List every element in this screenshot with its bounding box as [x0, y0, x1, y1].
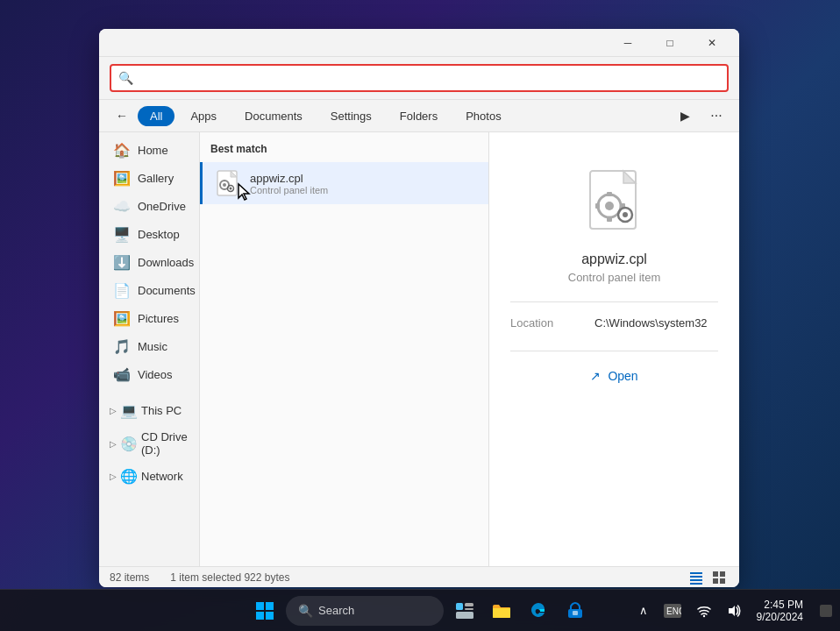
location-value: C:\Windows\system32	[594, 316, 708, 330]
status-bar: 82 items 1 item selected 922 bytes	[99, 566, 739, 587]
svg-rect-27	[266, 612, 274, 620]
nav-item-music[interactable]: 🎵 Music	[103, 333, 196, 360]
minimize-button[interactable]: ─	[608, 29, 648, 57]
close-button[interactable]: ✕	[692, 29, 732, 57]
nav-item-documents-label: Documents	[138, 284, 196, 297]
svg-rect-31	[456, 612, 473, 619]
system-clock[interactable]: 2:45 PM 9/20/2024	[750, 595, 810, 627]
widgets-icon	[456, 603, 473, 619]
expand-cd-arrow-icon: ▷	[110, 439, 117, 449]
grid-view-icon	[712, 571, 726, 585]
maximize-button[interactable]: □	[650, 29, 690, 57]
this-pc-icon: 💻	[120, 402, 138, 419]
nav-expand-this-pc[interactable]: ▷ 💻 This PC	[103, 397, 196, 424]
network-icon: 🌐	[120, 468, 138, 485]
taskbar-search-icon: 🔍	[298, 604, 313, 618]
search-input[interactable]: appwiz.cpl	[139, 72, 720, 85]
nav-item-music-label: Music	[138, 340, 167, 353]
svg-rect-22	[713, 578, 718, 584]
svg-rect-12	[595, 203, 600, 209]
taskbar-search-label: Search	[318, 604, 354, 617]
windows-button[interactable]	[249, 595, 281, 627]
windows-logo-icon	[256, 602, 274, 620]
chevron-up-icon: ∧	[639, 604, 648, 617]
nav-item-home[interactable]: 🏠 Home	[103, 137, 196, 164]
back-button[interactable]: ←	[110, 103, 134, 128]
result-item-title: appwiz.cpl	[250, 172, 478, 185]
search-box[interactable]: 🔍 appwiz.cpl	[110, 64, 729, 92]
detail-divider-bottom	[510, 351, 718, 351]
nav-item-downloads-label: Downloads	[138, 256, 194, 269]
taskbar-file-explorer[interactable]	[486, 595, 517, 627]
tab-all[interactable]: All	[138, 106, 174, 126]
file-explorer-window: ─ □ ✕ 🔍 appwiz.cpl ← All Apps Documents …	[99, 29, 739, 587]
tab-photos[interactable]: Photos	[453, 106, 513, 126]
tab-settings[interactable]: Settings	[318, 106, 384, 126]
detail-panel: appwiz.cpl Control panel item Location C…	[489, 132, 739, 566]
tab-folders[interactable]: Folders	[388, 106, 450, 126]
nav-item-downloads[interactable]: ⬇️ Downloads	[103, 249, 196, 276]
expand-network-arrow-icon: ▷	[110, 471, 117, 481]
search-icon: 🔍	[118, 71, 133, 85]
nav-expand-cd-drive[interactable]: ▷ 💿 CD Drive (D:)	[103, 425, 196, 462]
view-toggle	[687, 568, 729, 587]
taskbar-edge[interactable]	[523, 595, 554, 627]
cpl-file-svg	[213, 169, 241, 197]
svg-rect-26	[256, 612, 264, 620]
nav-panel: 🏠 Home 🖼️ Gallery ☁️ OneDrive 🖥️ Desktop…	[99, 132, 200, 566]
svg-rect-25	[266, 602, 274, 610]
volume-icon	[727, 604, 741, 618]
volume-tray-icon[interactable]	[720, 595, 748, 627]
nav-item-pictures[interactable]: 🖼️ Pictures	[103, 305, 196, 332]
list-view-button[interactable]	[687, 568, 706, 587]
taskbar-store[interactable]	[559, 595, 591, 627]
nav-item-videos[interactable]: 📹 Videos	[103, 361, 196, 388]
search-bar-area: 🔍 appwiz.cpl	[99, 57, 739, 100]
svg-text:ENG: ENG	[666, 606, 681, 616]
taskbar-search[interactable]: 🔍 Search	[286, 596, 444, 626]
taskbar-center: 🔍 Search	[249, 595, 591, 627]
detail-cpl-svg	[583, 167, 646, 238]
svg-rect-23	[720, 578, 725, 584]
nav-item-onedrive[interactable]: ☁️ OneDrive	[103, 193, 196, 220]
nav-expand-cd-drive-label: CD Drive (D:)	[141, 430, 189, 457]
detail-properties: Location C:\Windows\system32	[510, 316, 718, 340]
detail-prop-location: Location C:\Windows\system32	[510, 316, 718, 330]
svg-rect-10	[607, 192, 612, 196]
network-tray-icon[interactable]	[690, 595, 718, 627]
grid-view-button[interactable]	[709, 568, 729, 587]
play-button[interactable]: ▶	[673, 103, 697, 128]
svg-rect-16	[690, 572, 702, 574]
nav-item-documents[interactable]: 📄 Documents	[103, 277, 196, 304]
downloads-icon: ⬇️	[113, 254, 131, 271]
cd-drive-icon: 💿	[120, 436, 138, 452]
clock-date: 9/20/2024	[757, 611, 803, 623]
tab-documents[interactable]: Documents	[232, 106, 315, 126]
taskbar-widgets[interactable]	[449, 595, 481, 627]
notifications-button[interactable]	[812, 595, 840, 627]
svg-rect-24	[256, 602, 264, 610]
home-icon: 🏠	[113, 142, 131, 159]
music-icon: 🎵	[113, 338, 131, 355]
filter-more: ▶ ···	[673, 103, 729, 128]
search-results-area: Best match	[200, 132, 739, 566]
open-icon: ↗	[590, 369, 601, 383]
tray-icons-area[interactable]: ∧	[632, 595, 655, 627]
nav-item-desktop[interactable]: 🖥️ Desktop	[103, 221, 196, 248]
result-item-text: appwiz.cpl Control panel item	[250, 172, 478, 195]
more-button[interactable]: ···	[704, 103, 729, 128]
best-match-label: Best match	[200, 143, 488, 162]
tab-apps[interactable]: Apps	[178, 106, 229, 126]
nav-expand-network[interactable]: ▷ 🌐 Network	[103, 463, 196, 490]
result-item-appwiz[interactable]: appwiz.cpl Control panel item	[200, 162, 488, 204]
svg-rect-18	[690, 579, 702, 581]
desktop-icon: 🖥️	[113, 226, 131, 243]
nav-expand-this-pc-label: This PC	[141, 404, 182, 417]
svg-rect-37	[820, 605, 832, 617]
language-icon[interactable]: ENG	[657, 595, 688, 627]
nav-item-gallery[interactable]: 🖼️ Gallery	[103, 165, 196, 192]
detail-divider-top	[510, 301, 718, 302]
open-button[interactable]: ↗ Open	[590, 365, 637, 386]
gallery-icon: 🖼️	[113, 170, 131, 187]
svg-point-5	[230, 188, 232, 190]
